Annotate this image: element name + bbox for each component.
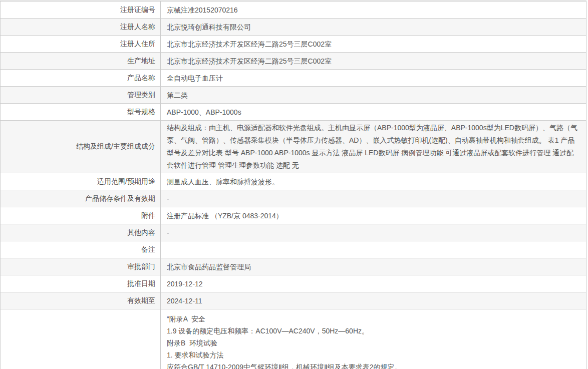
management-class: 第二类 [167,90,188,100]
row-value: 京械注准20152070216 [161,2,586,18]
registration-detail-table: 注册证编号 京械注准20152070216 注册人名称 北京悦琦创通科技有限公司… [0,1,586,369]
expiry-date: 2024-12-11 [167,296,202,306]
table-row: 注册证编号 京械注准20152070216 [1,2,586,19]
table-row: 结构及组成/主要组成成分 结构及组成：由主机、电源适配器和软件光盘组成。主机由显… [1,121,586,173]
table-row: “附录A 安全 1.9 设备的额定电压和频率：AC100V—AC240V，50H… [1,309,586,369]
row-label: 产品储存条件及有效期 [1,190,161,207]
row-value: 北京市北京经济技术开发区经海二路25号三层C002室 [161,36,586,52]
row-value: - [161,190,586,207]
appendix-line: 附录B 环境试验 [167,337,579,349]
table-row: 附件 注册产品标准 （YZB/京 0483-2014） [1,207,586,224]
product-name: 全自动电子血压计 [167,73,223,83]
table-row: 审批部门 北京市食品药品监督管理局 [1,258,586,275]
row-value: 全自动电子血压计 [161,70,586,86]
table-row: 产品储存条件及有效期 - [1,190,586,207]
registration-number: 京械注准20152070216 [167,5,238,15]
row-value: 北京市食品药品监督管理局 [161,258,586,275]
table-row: 生产地址 北京市北京经济技术开发区经海二路25号三层C002室 [1,53,586,70]
row-label: 有效期至 [1,292,161,309]
row-value: 北京悦琦创通科技有限公司 [161,19,586,35]
approval-department: 北京市食品药品监督管理局 [167,262,251,272]
table-row: 注册人名称 北京悦琦创通科技有限公司 [1,19,586,36]
row-label: 适用范围/预期用途 [1,173,161,190]
row-value: 2019-12-12 [161,275,586,292]
table-row: 型号规格 ABP-1000、ABP-1000s [1,104,586,121]
appendix-text: “附录A 安全 1.9 设备的额定电压和频率：AC100V—AC240V，50H… [167,313,579,369]
table-row: 批准日期 2019-12-12 [1,275,586,292]
row-value: 北京市北京经济技术开发区经海二路25号三层C002室 [161,53,586,69]
table-row: 适用范围/预期用途 测量成人血压、脉率和脉搏波波形。 [1,173,586,190]
row-label: 注册人名称 [1,19,161,35]
table-row: 有效期至 2024-12-11 [1,292,586,309]
attachment: 注册产品标准 （YZB/京 0483-2014） [167,211,283,221]
row-label: 备注 [1,241,161,258]
approval-date: 2019-12-12 [167,279,203,289]
row-label: 结构及组成/主要组成成分 [1,121,161,173]
row-value: 第二类 [161,87,586,103]
table-row: 管理类别 第二类 [1,87,586,104]
appendix-line: 1.9 设备的额定电压和频率：AC100V—AC240V，50Hz—60Hz。 [167,325,579,337]
registrant-name: 北京悦琦创通科技有限公司 [167,22,251,32]
row-label: 附件 [1,207,161,224]
appendix-line: 应符合GB/T 14710-2009中气候环境Ⅱ组，机械环境Ⅱ组及本要求表2的规… [167,361,579,369]
appendix-line: 1. 要求和试验方法 [167,349,579,361]
row-value: “附录A 安全 1.9 设备的额定电压和频率：AC100V—AC240V，50H… [161,309,586,369]
row-value: 结构及组成：由主机、电源适配器和软件光盘组成。主机由显示屏（ABP-1000型为… [161,121,586,173]
row-label: 批准日期 [1,275,161,292]
other-content: - [167,228,169,238]
registrant-address: 北京市北京经济技术开发区经海二路25号三层C002室 [167,39,332,49]
intended-use: 测量成人血压、脉率和脉搏波波形。 [167,177,279,187]
table-row: 产品名称 全自动电子血压计 [1,70,586,87]
row-label: 注册人住所 [1,36,161,52]
row-label: 生产地址 [1,53,161,69]
model-spec: ABP-1000、ABP-1000s [167,107,241,117]
row-label [1,309,161,369]
table-row: 注册人住所 北京市北京经济技术开发区经海二路25号三层C002室 [1,36,586,53]
storage-conditions: - [167,194,169,204]
row-value: 注册产品标准 （YZB/京 0483-2014） [161,207,586,224]
row-label: 产品名称 [1,70,161,86]
production-address: 北京市北京经济技术开发区经海二路25号三层C002室 [167,56,332,66]
row-label: 型号规格 [1,104,161,120]
table-row: 其他内容 - [1,224,586,241]
row-value: 2024-12-11 [161,292,586,309]
row-value: - [161,224,586,241]
table-row: 备注 [1,241,586,258]
row-value: 测量成人血压、脉率和脉搏波波形。 [161,173,586,190]
row-value [161,241,586,258]
row-value: ABP-1000、ABP-1000s [161,104,586,120]
row-label: 审批部门 [1,258,161,275]
row-label: 其他内容 [1,224,161,241]
structure-composition: 结构及组成：由主机、电源适配器和软件光盘组成。主机由显示屏（ABP-1000型为… [167,122,579,172]
appendix-line: “附录A 安全 [167,313,579,325]
row-label: 注册证编号 [1,2,161,18]
row-label: 管理类别 [1,87,161,103]
